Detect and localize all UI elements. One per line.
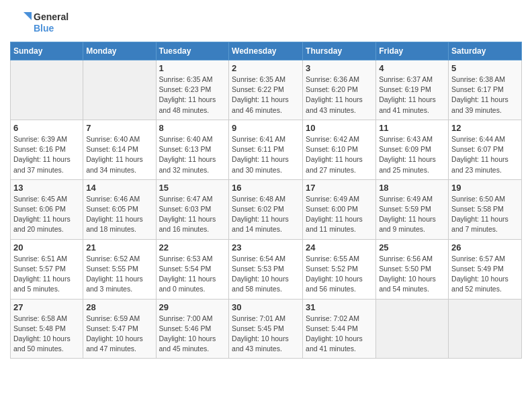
- weekday-header-thursday: Thursday: [303, 42, 376, 60]
- page: General Blue SundayMondayTuesdayWednesda…: [0, 0, 532, 411]
- calendar-cell: 15Sunrise: 6:47 AMSunset: 6:03 PMDayligh…: [156, 179, 229, 239]
- day-number: 26: [451, 242, 519, 253]
- day-number: 4: [379, 63, 445, 73]
- day-detail: Sunrise: 6:35 AMSunset: 6:22 PMDaylight:…: [232, 75, 300, 116]
- day-detail: Sunrise: 7:00 AMSunset: 5:46 PMDaylight:…: [159, 314, 226, 355]
- calendar-cell: 30Sunrise: 7:01 AMSunset: 5:45 PMDayligh…: [229, 299, 303, 359]
- calendar-cell: 25Sunrise: 6:56 AMSunset: 5:50 PMDayligh…: [376, 239, 449, 299]
- calendar-cell: [449, 299, 522, 359]
- calendar-cell: 4Sunrise: 6:37 AMSunset: 6:19 PMDaylight…: [376, 60, 449, 120]
- calendar-cell: 18Sunrise: 6:49 AMSunset: 5:59 PMDayligh…: [376, 179, 449, 239]
- weekday-header-friday: Friday: [376, 42, 449, 60]
- day-detail: Sunrise: 6:58 AMSunset: 5:48 PMDaylight:…: [13, 314, 80, 355]
- calendar-week-1: 1Sunrise: 6:35 AMSunset: 6:23 PMDaylight…: [11, 60, 522, 120]
- day-number: 27: [13, 302, 80, 312]
- day-detail: Sunrise: 6:54 AMSunset: 5:53 PMDaylight:…: [232, 254, 300, 295]
- day-number: 5: [451, 63, 519, 73]
- day-number: 23: [232, 242, 300, 253]
- day-number: 1: [159, 63, 226, 73]
- day-detail: Sunrise: 6:35 AMSunset: 6:23 PMDaylight:…: [159, 75, 226, 116]
- calendar-cell: 26Sunrise: 6:57 AMSunset: 5:49 PMDayligh…: [449, 239, 522, 299]
- day-number: 2: [232, 63, 300, 73]
- day-detail: Sunrise: 6:50 AMSunset: 5:58 PMDaylight:…: [451, 194, 519, 235]
- logo-svg: [10, 11, 32, 35]
- day-detail: Sunrise: 6:51 AMSunset: 5:57 PMDaylight:…: [13, 254, 80, 295]
- calendar-cell: 31Sunrise: 7:02 AMSunset: 5:44 PMDayligh…: [303, 299, 376, 359]
- day-number: 12: [451, 123, 519, 133]
- calendar-cell: 2Sunrise: 6:35 AMSunset: 6:22 PMDaylight…: [229, 60, 303, 120]
- day-detail: Sunrise: 7:01 AMSunset: 5:45 PMDaylight:…: [232, 314, 300, 355]
- calendar-cell: 1Sunrise: 6:35 AMSunset: 6:23 PMDaylight…: [156, 60, 229, 120]
- calendar-cell: 3Sunrise: 6:36 AMSunset: 6:20 PMDaylight…: [303, 60, 376, 120]
- calendar-cell: 17Sunrise: 6:49 AMSunset: 6:00 PMDayligh…: [303, 179, 376, 239]
- day-detail: Sunrise: 6:55 AMSunset: 5:52 PMDaylight:…: [306, 254, 373, 295]
- day-detail: Sunrise: 6:37 AMSunset: 6:19 PMDaylight:…: [379, 75, 445, 116]
- day-number: 28: [86, 302, 152, 312]
- weekday-header-tuesday: Tuesday: [156, 42, 229, 60]
- calendar-week-4: 20Sunrise: 6:51 AMSunset: 5:57 PMDayligh…: [11, 239, 522, 299]
- calendar-body: 1Sunrise: 6:35 AMSunset: 6:23 PMDaylight…: [11, 60, 522, 359]
- day-detail: Sunrise: 6:38 AMSunset: 6:17 PMDaylight:…: [451, 75, 519, 116]
- day-number: 3: [306, 63, 373, 73]
- day-number: 16: [232, 183, 300, 193]
- day-detail: Sunrise: 6:57 AMSunset: 5:49 PMDaylight:…: [451, 254, 519, 295]
- calendar-cell: [83, 60, 156, 120]
- day-detail: Sunrise: 6:39 AMSunset: 6:16 PMDaylight:…: [13, 134, 80, 175]
- day-number: 20: [13, 242, 80, 253]
- calendar-cell: 22Sunrise: 6:53 AMSunset: 5:54 PMDayligh…: [156, 239, 229, 299]
- day-number: 24: [306, 242, 373, 253]
- calendar-cell: 23Sunrise: 6:54 AMSunset: 5:53 PMDayligh…: [229, 239, 303, 299]
- day-detail: Sunrise: 6:48 AMSunset: 6:02 PMDaylight:…: [232, 194, 300, 235]
- logo-general-text: General: [34, 11, 69, 23]
- calendar-cell: [376, 299, 449, 359]
- calendar-cell: 10Sunrise: 6:42 AMSunset: 6:10 PMDayligh…: [303, 120, 376, 179]
- calendar-cell: 28Sunrise: 6:59 AMSunset: 5:47 PMDayligh…: [83, 299, 156, 359]
- calendar-cell: 20Sunrise: 6:51 AMSunset: 5:57 PMDayligh…: [11, 239, 83, 299]
- day-number: 11: [379, 123, 445, 133]
- calendar-cell: [11, 60, 83, 120]
- calendar-cell: 13Sunrise: 6:45 AMSunset: 6:06 PMDayligh…: [11, 179, 83, 239]
- calendar-cell: 19Sunrise: 6:50 AMSunset: 5:58 PMDayligh…: [449, 179, 522, 239]
- day-number: 25: [379, 242, 445, 253]
- day-number: 7: [86, 123, 152, 133]
- calendar-week-3: 13Sunrise: 6:45 AMSunset: 6:06 PMDayligh…: [11, 179, 522, 239]
- day-detail: Sunrise: 6:49 AMSunset: 5:59 PMDaylight:…: [379, 194, 445, 235]
- day-number: 15: [159, 183, 226, 193]
- day-detail: Sunrise: 6:49 AMSunset: 6:00 PMDaylight:…: [306, 194, 373, 235]
- header: General Blue: [10, 7, 522, 35]
- calendar-week-5: 27Sunrise: 6:58 AMSunset: 5:48 PMDayligh…: [11, 299, 522, 359]
- weekday-row: SundayMondayTuesdayWednesdayThursdayFrid…: [11, 42, 522, 60]
- calendar-cell: 24Sunrise: 6:55 AMSunset: 5:52 PMDayligh…: [303, 239, 376, 299]
- day-detail: Sunrise: 7:02 AMSunset: 5:44 PMDaylight:…: [306, 314, 373, 355]
- calendar-cell: 7Sunrise: 6:40 AMSunset: 6:14 PMDaylight…: [83, 120, 156, 179]
- day-number: 29: [159, 302, 226, 312]
- day-number: 21: [86, 242, 152, 253]
- day-detail: Sunrise: 6:42 AMSunset: 6:10 PMDaylight:…: [306, 134, 373, 175]
- day-detail: Sunrise: 6:45 AMSunset: 6:06 PMDaylight:…: [13, 194, 80, 235]
- weekday-header-wednesday: Wednesday: [229, 42, 303, 60]
- logo-blue-text: Blue: [34, 23, 69, 34]
- weekday-header-monday: Monday: [83, 42, 156, 60]
- day-number: 8: [159, 123, 226, 133]
- calendar-cell: 29Sunrise: 7:00 AMSunset: 5:46 PMDayligh…: [156, 299, 229, 359]
- calendar-header: SundayMondayTuesdayWednesdayThursdayFrid…: [11, 42, 522, 60]
- day-detail: Sunrise: 6:56 AMSunset: 5:50 PMDaylight:…: [379, 254, 445, 295]
- calendar-cell: 8Sunrise: 6:40 AMSunset: 6:13 PMDaylight…: [156, 120, 229, 179]
- day-detail: Sunrise: 6:40 AMSunset: 6:14 PMDaylight:…: [86, 134, 152, 175]
- day-number: 13: [13, 183, 80, 193]
- calendar-cell: 11Sunrise: 6:43 AMSunset: 6:09 PMDayligh…: [376, 120, 449, 179]
- calendar-table: SundayMondayTuesdayWednesdayThursdayFrid…: [10, 42, 522, 359]
- calendar-cell: 9Sunrise: 6:41 AMSunset: 6:11 PMDaylight…: [229, 120, 303, 179]
- day-number: 9: [232, 123, 300, 133]
- day-number: 19: [451, 183, 519, 193]
- day-detail: Sunrise: 6:59 AMSunset: 5:47 PMDaylight:…: [86, 314, 152, 355]
- day-number: 30: [232, 302, 300, 312]
- day-detail: Sunrise: 6:53 AMSunset: 5:54 PMDaylight:…: [159, 254, 226, 295]
- day-number: 6: [13, 123, 80, 133]
- day-detail: Sunrise: 6:47 AMSunset: 6:03 PMDaylight:…: [159, 194, 226, 235]
- calendar-cell: 5Sunrise: 6:38 AMSunset: 6:17 PMDaylight…: [449, 60, 522, 120]
- calendar-cell: 21Sunrise: 6:52 AMSunset: 5:55 PMDayligh…: [83, 239, 156, 299]
- day-number: 22: [159, 242, 226, 253]
- weekday-header-sunday: Sunday: [11, 42, 83, 60]
- calendar-cell: 6Sunrise: 6:39 AMSunset: 6:16 PMDaylight…: [11, 120, 83, 179]
